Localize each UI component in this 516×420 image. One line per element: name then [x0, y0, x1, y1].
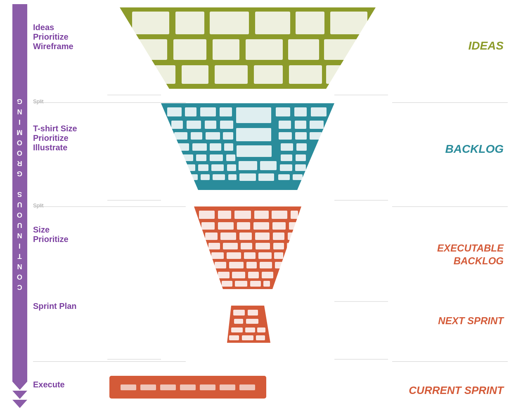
svg-rect-19: [185, 107, 196, 116]
svg-rect-76: [201, 222, 215, 230]
dash-6: [220, 384, 235, 390]
svg-rect-64: [213, 174, 225, 180]
svg-rect-77: [218, 222, 234, 230]
split-label-1: Split: [33, 98, 43, 104]
svg-rect-33: [310, 121, 324, 129]
execute-label: Execute: [33, 380, 65, 389]
svg-rect-94: [211, 252, 224, 259]
right-exec-backlog-label: EXECUTABLE BACKLOG: [437, 242, 504, 267]
svg-rect-98: [274, 252, 283, 259]
vertical-bar: CONTINUOUS GROOMING: [12, 4, 27, 382]
svg-rect-12: [144, 65, 175, 84]
divider-right-1a: [392, 102, 508, 103]
divider-left-2: [33, 206, 186, 207]
dash-3: [160, 384, 176, 390]
svg-rect-14: [215, 65, 248, 84]
svg-rect-63: [201, 174, 210, 180]
chevron-2: [12, 391, 27, 399]
ideas-label-line3: Wireframe: [33, 42, 73, 51]
svg-rect-65: [228, 174, 237, 180]
svg-rect-80: [272, 222, 286, 230]
svg-rect-58: [239, 161, 257, 170]
svg-rect-111: [263, 281, 270, 287]
svg-rect-24: [294, 107, 307, 116]
svg-rect-88: [208, 243, 220, 249]
svg-rect-92: [273, 243, 284, 249]
svg-rect-38: [279, 132, 292, 140]
svg-rect-50: [210, 154, 223, 161]
chevrons: [12, 382, 27, 409]
exec-backlog-label: Size Prioritize: [33, 225, 69, 244]
svg-rect-91: [256, 243, 270, 249]
svg-rect-23: [276, 107, 290, 116]
svg-rect-119: [229, 335, 239, 340]
svg-rect-15: [254, 65, 283, 84]
svg-rect-74: [272, 211, 287, 219]
svg-rect-43: [210, 143, 221, 151]
svg-rect-95: [227, 252, 241, 259]
svg-rect-17: [326, 65, 355, 84]
svg-rect-110: [250, 281, 261, 287]
svg-rect-18: [167, 107, 182, 116]
svg-rect-69: [293, 174, 303, 180]
exec-backlog-label-line2: Prioritize: [33, 235, 69, 244]
svg-rect-112: [233, 310, 245, 316]
svg-rect-115: [246, 319, 258, 324]
svg-rect-4: [296, 12, 324, 34]
divider-left-1: [33, 102, 186, 103]
divider-right-3: [392, 361, 508, 362]
svg-rect-42: [192, 143, 207, 151]
svg-rect-11: [324, 39, 359, 60]
svg-rect-97: [258, 252, 272, 259]
svg-rect-48: [181, 154, 193, 161]
chevron-1: [12, 382, 27, 390]
svg-rect-0: [132, 12, 169, 34]
svg-rect-57: [227, 164, 236, 171]
svg-rect-105: [232, 272, 245, 278]
svg-rect-53: [296, 154, 306, 161]
execute-text: Execute: [33, 380, 65, 389]
svg-rect-28: [205, 121, 216, 129]
content-area: Ideas Prioritize Wireframe Split T-shirt…: [33, 0, 516, 420]
right-ideas-label: IDEAS: [468, 39, 504, 52]
svg-rect-5: [330, 12, 367, 34]
svg-rect-49: [196, 154, 206, 161]
svg-rect-31: [279, 121, 291, 129]
dash-2: [140, 384, 156, 390]
svg-rect-59: [260, 161, 277, 170]
svg-rect-78: [237, 222, 250, 230]
svg-rect-10: [288, 39, 319, 60]
svg-rect-85: [255, 233, 270, 240]
svg-rect-54: [184, 164, 195, 171]
dash-1: [121, 384, 136, 390]
svg-rect-121: [256, 335, 265, 340]
svg-rect-72: [234, 211, 251, 219]
svg-rect-2: [210, 12, 249, 34]
svg-rect-86: [273, 233, 284, 240]
sprint-plan-text: Sprint Plan: [33, 301, 77, 311]
right-next-sprint-label: NEXT SPRINT: [438, 315, 504, 327]
svg-rect-39: [295, 132, 307, 140]
svg-rect-75: [291, 211, 298, 219]
svg-rect-16: [289, 65, 322, 84]
divider-right-2a: [392, 206, 508, 207]
svg-rect-13: [182, 65, 208, 84]
svg-rect-9: [246, 39, 283, 60]
svg-rect-102: [260, 262, 272, 268]
svg-rect-81: [289, 222, 298, 230]
svg-rect-8: [213, 39, 239, 60]
svg-rect-1: [175, 12, 204, 34]
svg-rect-79: [253, 222, 269, 230]
svg-rect-52: [281, 154, 292, 161]
divider-left-3: [33, 361, 186, 362]
exec-backlog-label-line1: Size: [33, 225, 69, 235]
svg-rect-29: [220, 121, 233, 129]
svg-rect-3: [255, 12, 290, 34]
ideas-label-line1: Ideas: [33, 23, 73, 32]
svg-rect-67: [258, 173, 274, 181]
svg-rect-40: [310, 132, 322, 140]
svg-rect-93: [287, 243, 294, 249]
svg-rect-61: [295, 164, 306, 171]
svg-rect-83: [220, 233, 236, 240]
backlog-label-line3: Illustrate: [33, 143, 77, 152]
